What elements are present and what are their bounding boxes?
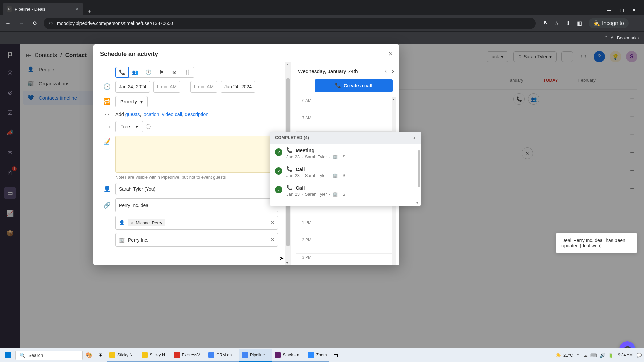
remove-chip-icon[interactable]: × [131,220,133,225]
new-tab-button[interactable]: + [83,8,95,15]
hour-row[interactable]: 7 AM [296,114,396,132]
help-icon[interactable]: ? [594,51,605,62]
user-avatar[interactable]: S [626,51,637,62]
tips-icon[interactable]: 💡 [610,51,621,62]
add-activity-icon[interactable]: + [630,95,634,102]
forward-button[interactable]: → [17,19,26,28]
rail-activities-icon[interactable]: ⊘ [4,86,16,99]
close-window-icon[interactable]: ✕ [632,7,636,13]
hour-row[interactable]: 3 PM [296,254,396,265]
start-date-input[interactable]: Jan 24, 2024 [115,81,150,93]
timeline-activity-icon[interactable]: 👥 [528,93,539,105]
downloads-icon[interactable]: ⬇ [566,20,570,26]
end-time-input[interactable]: h:mm AM [190,81,217,93]
popover-scrollbar[interactable] [418,150,421,198]
hour-row[interactable]: 6 AM [296,97,396,114]
collapse-sidebar-icon[interactable]: ⇤ [26,52,31,59]
browser-tab[interactable]: P Pipeline - Deals × [3,3,83,15]
add-video-link[interactable]: video call [162,112,182,117]
reload-button[interactable]: ⟳ [30,19,40,28]
collapse-up-icon[interactable]: ▴ [413,135,416,140]
clear-person-icon[interactable]: × [271,219,274,226]
modal-close-icon[interactable]: × [388,50,393,58]
person-field[interactable]: 👤 × Michael Perry × [115,216,278,230]
expand-down-icon[interactable]: ▾ [270,200,421,206]
taskbar-app[interactable]: Sticky N... [107,349,139,362]
battery-icon[interactable]: 🔋 [608,353,614,358]
rail-check-icon[interactable]: ☑ [4,107,16,119]
taskbar-app[interactable]: Pipeline ... [239,349,272,362]
back-button[interactable]: ← [3,19,13,28]
scroll-down-icon[interactable]: ▾ [286,261,288,265]
rail-campaigns-icon[interactable]: 📣 [4,127,16,139]
start-time-input[interactable]: h:mm AM [153,81,180,93]
rail-more-icon[interactable]: ⋯ [4,247,16,259]
volume-icon[interactable]: 🔊 [600,353,605,358]
end-date-input[interactable]: Jan 24, 2024 [221,81,255,93]
crumb-root[interactable]: Contacts [35,52,57,59]
rail-deals-icon[interactable]: ◎ [4,66,16,78]
taskbar-app[interactable]: ExpressV... [171,349,206,362]
taskbar-app[interactable]: Sticky N... [139,349,171,362]
notes-textarea[interactable] [115,136,278,173]
rail-mail-icon[interactable]: ✉ [4,147,16,159]
rail-contacts-icon[interactable]: ▭ [4,187,16,199]
hour-row[interactable]: 2 PM [296,236,396,254]
owner-field[interactable]: Sarah Tyler (You) [115,183,278,195]
create-call-button[interactable]: 📞 Create a call [315,79,393,92]
type-email-button[interactable]: ✉ [168,67,181,78]
taskbar-app[interactable]: CRM on ... [206,349,239,362]
keyboard-icon[interactable]: ⌨ [590,353,597,358]
timeline-activity-icon[interactable]: ✕ [522,147,533,159]
add-activity-icon[interactable]: + [630,131,634,138]
start-button[interactable] [2,349,14,361]
availability-dropdown[interactable]: Free ▾ [115,121,143,132]
all-bookmarks-button[interactable]: 🗀 All Bookmarks [604,35,639,40]
clear-org-icon[interactable]: × [271,236,274,243]
type-meeting-button[interactable]: 👥 [128,67,142,78]
person-chip[interactable]: × Michael Perry [128,219,165,226]
extensions-icon[interactable]: ⬚ [578,51,589,62]
hour-row[interactable]: 1 PM [296,219,396,236]
incognito-badge[interactable]: 🕵 Incognito [589,18,629,28]
site-settings-icon[interactable]: ⚙ [49,21,53,26]
taskbar-app[interactable]: Slack - a... [272,349,305,362]
tray-expand-icon[interactable]: ^ [577,353,579,358]
weather-widget[interactable]: ☀️ 21°C [556,353,573,358]
add-description-link[interactable]: description [185,112,208,117]
next-day-icon[interactable]: › [392,68,394,75]
taskbar-clock[interactable]: 9:34 AM [618,353,633,357]
completed-item[interactable]: ✓ 📞Meeting Jan 23 · Sarah Tyler · 🏢 · $ [270,144,421,163]
add-activity-icon[interactable]: + [630,113,634,120]
url-field[interactable]: ⚙ moodjoy.pipedrive.com/persons/timeline… [44,18,536,29]
notifications-icon[interactable]: 💬 [637,353,642,358]
side-panel-icon[interactable]: ◧ [577,20,582,26]
more-pill[interactable]: ··· [561,51,573,62]
add-activity-icon[interactable]: + [630,167,634,175]
toast-notification[interactable]: Deal 'Perry Inc. deal' has been updated … [556,233,637,253]
rail-calendar-icon[interactable]: 🗓 [4,167,16,179]
type-task-button[interactable]: 🕐 [142,67,155,78]
pipedrive-logo-icon[interactable]: p [8,49,13,58]
completed-item[interactable]: ✓ 📞Call Jan 23 · Sarah Tyler · 🏢 · $ [270,181,421,200]
taskbar-app[interactable]: Zoom [305,349,329,362]
taskbar-icon[interactable]: 🎨 [84,350,94,360]
eye-off-icon[interactable]: 👁 [542,20,548,26]
browser-menu-icon[interactable]: ⋮ [635,20,641,26]
user-filter-pill[interactable]: ⚲ Sarah Tyler ▾ [513,51,557,62]
maximize-icon[interactable]: ▢ [620,7,624,13]
scroll-thumb[interactable] [418,150,420,187]
info-icon[interactable]: ⓘ [146,124,151,130]
type-call-button[interactable]: 📞 [115,67,129,78]
scroll-up-icon[interactable]: ▴ [286,62,288,66]
timeline-activity-icon[interactable]: 📞 [513,93,525,105]
add-activity-icon[interactable]: + [630,149,634,157]
scroll-up-icon[interactable]: ▴ [393,98,394,101]
taskbar-search[interactable]: 🔍 Search [15,351,83,360]
add-location-link[interactable]: location [143,112,159,117]
completed-item[interactable]: ✓ 📞Call Jan 23 · Sarah Tyler · 🏢 · $ [270,163,421,181]
org-field[interactable]: 🏢 Perry Inc. × [115,233,278,247]
rail-insights-icon[interactable]: 📈 [4,207,16,219]
deal-field[interactable]: Perry Inc. deal × [115,198,278,212]
explorer-icon[interactable]: 🗀 [331,350,341,360]
